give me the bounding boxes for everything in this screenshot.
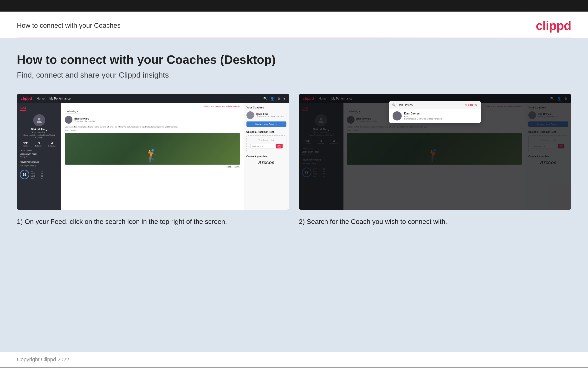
clippd-logo: clippd	[536, 18, 571, 33]
stat-activities-num: 131	[23, 141, 29, 145]
avatar-icon-1	[36, 117, 43, 124]
top-bar	[0, 0, 588, 12]
connect-data-title-1: Connect your data	[246, 155, 286, 158]
golfer-silhouette-icon: 🏌️	[145, 149, 159, 162]
following-btn-1[interactable]: Following ▾	[65, 109, 80, 113]
app-btn-1[interactable]: APP	[234, 166, 240, 168]
footer-copyright: Copyright Clippd 2022	[17, 356, 69, 362]
verified-badge-icon: ✓	[421, 112, 423, 115]
profile-club-1: Royal North Devon Golf Club, United King…	[20, 134, 59, 138]
search-input-row: 🔍 Dan Davies CLEAR ✕	[389, 101, 481, 109]
close-icon[interactable]: ✕	[475, 103, 478, 107]
upload-section-1: Upload a Trackman Test Trackman Link Add…	[246, 131, 286, 152]
nav-myperformance-1[interactable]: My Performance	[49, 97, 70, 100]
search-result-item[interactable]: Dan Davies ✓ Pro Sunningdale Golf Club, …	[389, 109, 481, 123]
perf-total-1: Total Player Quality ⓘ	[20, 165, 59, 167]
stat-following-num: 4	[48, 141, 56, 145]
perf-bar-app: APP 85	[31, 173, 43, 175]
search-value: Dan Davies	[398, 103, 463, 107]
feed-tab-1[interactable]: Feed	[20, 107, 26, 111]
stat-activities-label: Activities	[23, 145, 29, 147]
nav-home-1[interactable]: Home	[37, 97, 44, 100]
avatar-1	[33, 114, 45, 126]
post-text-1: Looking to feel like my hands are exitin…	[65, 126, 240, 128]
arccos-logo-1: Arccos	[246, 160, 286, 165]
result-name: Dan Davies	[404, 112, 420, 115]
latest-date-1: 03 Aug 2022	[20, 156, 59, 157]
left-panel-1: Feed Blair McHarg Plus Handicap Royal No…	[17, 103, 61, 210]
quality-score-1: 92	[20, 170, 29, 179]
following-header-1: Following ▾	[61, 109, 244, 116]
search-icon[interactable]: 🔍	[263, 97, 267, 101]
trackman-input-1[interactable]	[250, 144, 275, 148]
profile-section-1: Blair McHarg Plus Handicap Royal North D…	[20, 114, 59, 138]
stats-row-1: 131 Activities 3 Followers 4 Following	[20, 141, 59, 147]
columns: clippd Home My Performance 🔍 👤 ⚙ ● Feed	[17, 94, 571, 226]
post-avatar-1	[65, 116, 72, 124]
post-author-row-1: Blair McHarg Yesterday · Sunningdale	[65, 116, 240, 124]
trackman-box-1: Trackman Link Add Link	[246, 135, 286, 152]
coach-avatar-1	[246, 111, 254, 119]
perf-bars-1: OTT 90 APP 85	[31, 170, 43, 180]
perf-bar-putt: PUTT 96	[31, 178, 43, 179]
pin-icon: 📍	[256, 115, 258, 118]
page-title: How to connect with your Coaches	[17, 22, 121, 29]
app-logo-1: clippd	[21, 96, 32, 101]
column-2: clippd Home My Performance 🔍 👤 ⚙ Feed	[299, 94, 571, 226]
stat-activities: 131 Activities	[23, 141, 29, 147]
main-content: How to connect with your Coaches (Deskto…	[0, 38, 588, 352]
header: How to connect with your Coaches clippd	[0, 12, 588, 37]
footer: Copyright Clippd 2022	[0, 352, 588, 368]
search-icon-overlay: 🔍	[392, 103, 396, 107]
post-name-1: Blair McHarg	[74, 117, 95, 120]
player-perf-1: Player Performance Total Player Quality …	[20, 161, 59, 180]
trackman-text-1: Trackman Link	[250, 139, 282, 142]
post-actions-1: OTT APP	[65, 166, 240, 168]
feed-area-1: Feed Blair McHarg Plus Handicap Royal No…	[17, 103, 289, 210]
screenshot-1: clippd Home My Performance 🔍 👤 ⚙ ● Feed	[17, 94, 289, 210]
perf-bar-ott: OTT 90	[31, 170, 43, 172]
user-icon[interactable]: 👤	[270, 97, 274, 101]
result-club: Sunningdale Golf Club, United Kingdom	[404, 118, 442, 120]
post-duration-1: 01 hr : 30 min	[65, 130, 240, 132]
search-bar-overlay: 🔍 Dan Davies CLEAR ✕ Dan Davies ✓ Pro	[389, 101, 481, 123]
column-1: clippd Home My Performance 🔍 👤 ⚙ ● Feed	[17, 94, 289, 226]
center-panel-1: Control who can see your activity and da…	[61, 103, 244, 210]
search-clear-btn[interactable]: CLEAR	[465, 104, 473, 107]
coaches-title-1: Your Coaches	[246, 106, 286, 109]
center-top-1: Control who can see your activity and da…	[61, 103, 244, 109]
latest-item-1: Lesson with Fordy	[20, 153, 59, 155]
chevron-down-icon: ▾	[77, 110, 78, 112]
perf-title-1: Player Performance	[20, 161, 59, 163]
nav-icons-1: 🔍 👤 ⚙ ●	[263, 97, 285, 101]
caption-2: 2) Search for the Coach you wish to conn…	[299, 217, 571, 226]
stat-following-label: Following	[48, 145, 56, 147]
main-subtitle: Find, connect and share your Clippd insi…	[17, 71, 571, 80]
main-title: How to connect with your Coaches (Deskto…	[17, 53, 571, 67]
coach-item-1: David Ford 📍 Royal North Devon Golf Club	[246, 111, 286, 119]
coach-name-1: David Ford	[256, 113, 284, 115]
result-avatar	[393, 111, 402, 120]
post-sub-1: Yesterday · Sunningdale	[74, 120, 95, 122]
golf-image-content: 🏌️	[65, 133, 240, 165]
latest-activity-1: Latest Activity Lesson with Fordy 03 Aug…	[20, 150, 59, 157]
post-image-1: 🏌️	[65, 133, 240, 165]
post-card-1: Blair McHarg Yesterday · Sunningdale Loo…	[61, 116, 244, 168]
profile-name-1: Blair McHarg	[20, 128, 59, 131]
upload-title-1: Upload a Trackman Test	[246, 131, 286, 133]
settings-icon[interactable]: ⚙	[277, 97, 281, 101]
control-link-1[interactable]: Control who can see your activity and da…	[204, 105, 240, 107]
app-nav-1: clippd Home My Performance 🔍 👤 ⚙ ●	[17, 94, 289, 103]
manage-coaches-btn-1[interactable]: Manage Your Coaches	[246, 121, 286, 127]
coach-club-1: 📍 Royal North Devon Golf Club	[256, 115, 284, 118]
avatar-nav-icon[interactable]: ●	[283, 97, 285, 101]
off-btn-1[interactable]: OTT	[226, 166, 232, 168]
add-link-btn-1[interactable]: Add Link	[276, 144, 282, 148]
result-role: Pro	[404, 115, 442, 118]
following-btn-label: Following	[67, 110, 76, 112]
svg-point-0	[38, 118, 40, 120]
stat-following: 4 Following	[48, 141, 56, 147]
screenshot-2: clippd Home My Performance 🔍 👤 ⚙ Feed	[299, 94, 571, 210]
right-panel-1: Your Coaches David Ford 📍 Royal North De…	[244, 103, 289, 210]
stat-followers-label: Followers	[35, 145, 43, 147]
